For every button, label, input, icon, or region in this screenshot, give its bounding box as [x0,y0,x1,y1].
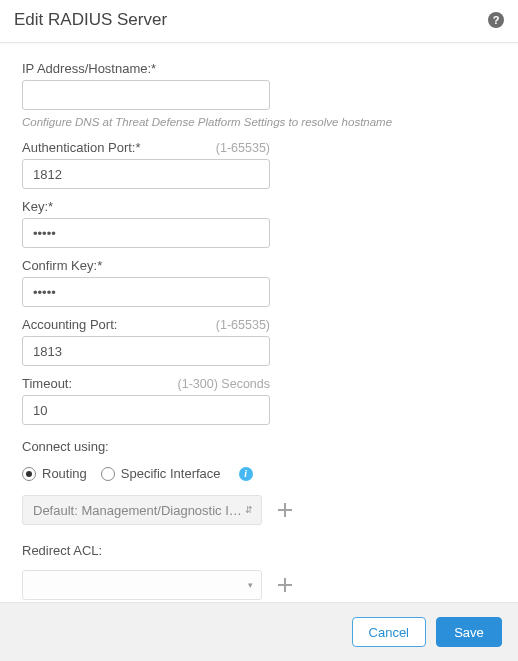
form-body: IP Address/Hostname:* Configure DNS at T… [0,43,518,602]
key-input[interactable] [22,218,270,248]
connect-radio-group: Routing Specific Interface i [22,466,496,481]
redirect-acl-dropdown[interactable]: ▾ [22,570,262,600]
interface-dropdown-text: Default: Management/Diagnostic Interface [33,503,245,518]
plus-icon [278,578,292,592]
dialog-title: Edit RADIUS Server [14,10,167,30]
row-ip: IP Address/Hostname:* Configure DNS at T… [22,61,496,128]
redirect-acl-row: ▾ [22,570,496,600]
radio-routing-indicator [22,467,36,481]
row-auth-port: Authentication Port:* (1-65535) [22,140,496,189]
interface-dropdown-row: Default: Management/Diagnostic Interface… [22,495,496,525]
ip-input[interactable] [22,80,270,110]
cancel-button[interactable]: Cancel [352,617,426,647]
dialog-footer: Cancel Save [0,602,518,661]
chevron-down-icon: ⇵ [245,505,253,515]
acct-port-label: Accounting Port: [22,317,117,332]
help-icon[interactable]: ? [488,12,504,28]
radio-specific-interface[interactable]: Specific Interface [101,466,221,481]
add-interface-button[interactable] [276,501,294,519]
radio-specific-label: Specific Interface [121,466,221,481]
interface-dropdown[interactable]: Default: Management/Diagnostic Interface… [22,495,262,525]
timeout-input[interactable] [22,395,270,425]
ip-help-text: Configure DNS at Threat Defense Platform… [22,116,496,128]
dialog-header: Edit RADIUS Server ? [0,0,518,43]
chevron-down-icon: ▾ [248,580,253,590]
row-acct-port: Accounting Port: (1-65535) [22,317,496,366]
radio-routing-label: Routing [42,466,87,481]
add-redirect-acl-button[interactable] [276,576,294,594]
row-confirm-key: Confirm Key:* [22,258,496,307]
save-button[interactable]: Save [436,617,502,647]
info-icon[interactable]: i [239,467,253,481]
redirect-acl-label: Redirect ACL: [22,543,496,558]
timeout-label: Timeout: [22,376,72,391]
timeout-hint: (1-300) Seconds [178,377,270,391]
radio-specific-indicator [101,467,115,481]
auth-port-input[interactable] [22,159,270,189]
acct-port-hint: (1-65535) [216,318,270,332]
row-key: Key:* [22,199,496,248]
confirm-key-label: Confirm Key:* [22,258,102,273]
auth-port-hint: (1-65535) [216,141,270,155]
ip-label: IP Address/Hostname:* [22,61,156,76]
connect-label: Connect using: [22,439,496,454]
key-label: Key:* [22,199,53,214]
plus-icon [278,503,292,517]
auth-port-label: Authentication Port:* [22,140,141,155]
row-timeout: Timeout: (1-300) Seconds [22,376,496,425]
radio-routing[interactable]: Routing [22,466,87,481]
acct-port-input[interactable] [22,336,270,366]
confirm-key-input[interactable] [22,277,270,307]
